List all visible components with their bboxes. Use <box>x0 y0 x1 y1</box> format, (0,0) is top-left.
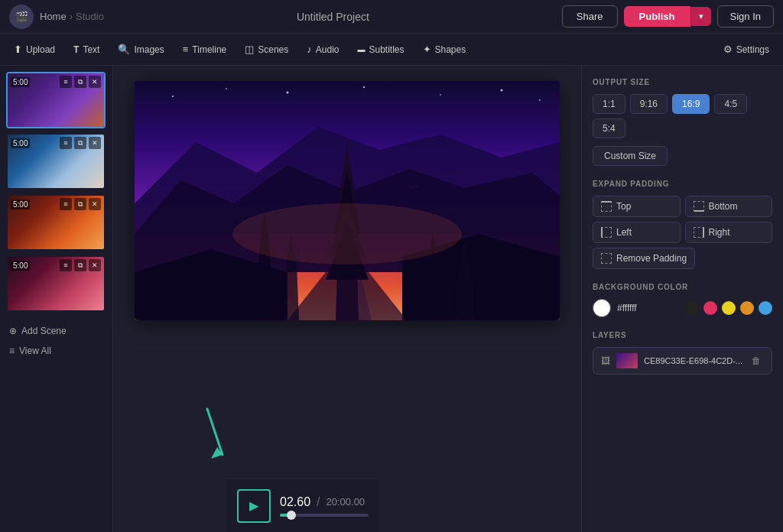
padding-left-label: Left <box>616 227 632 238</box>
breadcrumb-sep: › <box>70 11 73 22</box>
padding-left-button[interactable]: Left <box>593 222 681 243</box>
padding-right-button[interactable]: Right <box>685 222 773 243</box>
toolbar-shapes-label: Shapes <box>435 44 466 55</box>
toolbar-subtitles[interactable]: ▬ Subtitles <box>349 41 411 59</box>
ratio-4-5[interactable]: 4:5 <box>714 94 747 114</box>
svg-line-23 <box>207 409 223 455</box>
scene-2-copy-btn[interactable]: ⧉ <box>74 137 86 149</box>
toolbar-audio[interactable]: ♪ Audio <box>299 40 346 59</box>
svg-point-2 <box>226 88 227 89</box>
color-hex-value: #ffffff <box>617 303 637 313</box>
scene-svg <box>135 81 560 320</box>
scene-1-menu-btn[interactable]: ≡ <box>60 76 72 88</box>
scrubber-track[interactable] <box>280 514 369 517</box>
scene-1-bar: 5:00 ≡ ⧉ ✕ <box>8 76 104 88</box>
padding-top-label: Top <box>616 201 631 212</box>
canvas-container[interactable] <box>135 81 560 320</box>
canvas-scene <box>135 81 560 320</box>
settings-icon: ⚙ <box>723 44 733 55</box>
canvas-area <box>113 66 581 532</box>
layer-item: 🖼 CE89C33E-E698-4C2D-... 🗑 <box>593 347 772 375</box>
add-scene-button[interactable]: ⊕ Add Scene <box>6 323 106 339</box>
toolbar-images[interactable]: 🔍 Images <box>110 40 171 59</box>
scene-1-delete-btn[interactable]: ✕ <box>89 76 101 88</box>
scenes-panel: 5:00 ≡ ⧉ ✕ 5:00 ≡ ⧉ ✕ 5:00 <box>0 66 113 532</box>
ratio-16-9[interactable]: 16:9 <box>672 94 710 114</box>
color-preset-black[interactable] <box>685 301 699 315</box>
toolbar-text[interactable]: T Text <box>66 41 107 59</box>
project-title[interactable]: Untitled Project <box>297 11 369 23</box>
toolbar-audio-label: Audio <box>316 44 340 55</box>
layers-section: LAYERS 🖼 CE89C33E-E698-4C2D-... 🗑 <box>593 331 772 375</box>
svg-point-4 <box>363 86 365 88</box>
output-size-section: OUTPUT SIZE 1:1 9:16 16:9 4:5 5:4 Custom… <box>593 78 772 166</box>
play-button[interactable]: ▶ <box>237 489 271 523</box>
layer-delete-button[interactable]: 🗑 <box>749 353 764 368</box>
toolbar-scenes[interactable]: ◫ Scenes <box>237 40 296 59</box>
scene-1-actions: ≡ ⧉ ✕ <box>60 76 101 88</box>
signin-button[interactable]: Sign In <box>717 5 774 28</box>
toolbar-settings-label: Settings <box>736 44 769 55</box>
svg-point-3 <box>287 92 289 94</box>
ratio-buttons: 1:1 9:16 16:9 4:5 5:4 <box>593 94 772 138</box>
ratio-9-16[interactable]: 9:16 <box>630 94 668 114</box>
scene-thumb-4[interactable]: 5:00 ≡ ⧉ ✕ <box>6 255 106 312</box>
view-all-icon: ≡ <box>9 345 15 356</box>
padding-top-button[interactable]: Top <box>593 196 681 217</box>
scene-2-bar: 5:00 ≡ ⧉ ✕ <box>8 137 104 149</box>
scenes-icon: ◫ <box>245 44 254 55</box>
toolbar-scenes-label: Scenes <box>258 44 288 55</box>
canvas-arrow-indicator <box>196 405 242 469</box>
nav-right: Share Publish ▾ Sign In <box>562 5 774 28</box>
scene-1-copy-btn[interactable]: ⧉ <box>74 76 86 88</box>
svg-point-1 <box>172 96 174 97</box>
scene-4-menu-btn[interactable]: ≡ <box>60 259 72 271</box>
view-all-button[interactable]: ≡ View All <box>6 342 106 359</box>
publish-button[interactable]: Publish <box>624 6 690 27</box>
timeline-scrubber-container: 02.60 / 20:00.00 <box>280 495 369 517</box>
scene-2-menu-btn[interactable]: ≡ <box>60 137 72 149</box>
scene-thumb-3[interactable]: 5:00 ≡ ⧉ ✕ <box>6 194 106 251</box>
nav-center: Untitled Project <box>110 11 556 23</box>
publish-dropdown-button[interactable]: ▾ <box>690 7 711 26</box>
padding-bottom-button[interactable]: Bottom <box>685 196 773 217</box>
scene-3-bar: 5:00 ≡ ⧉ ✕ <box>8 198 104 210</box>
scene-4-bar: 5:00 ≡ ⧉ ✕ <box>8 259 104 271</box>
ratio-5-4[interactable]: 5:4 <box>593 118 625 138</box>
scene-2-time: 5:00 <box>11 138 30 148</box>
scene-2-delete-btn[interactable]: ✕ <box>89 137 101 149</box>
top-nav: 🎬 Home › Studio Untitled Project Share P… <box>0 0 783 34</box>
time-display-row: 02.60 / 20:00.00 <box>280 495 369 509</box>
total-time: 20:00.00 <box>327 496 366 508</box>
scene-4-copy-btn[interactable]: ⧉ <box>74 259 86 271</box>
app-logo[interactable]: 🎬 <box>9 5 34 29</box>
toolbar: ⬆ Upload T Text 🔍 Images ≡ Timeline ◫ Sc… <box>0 34 783 66</box>
scene-3-menu-btn[interactable]: ≡ <box>60 198 72 210</box>
toolbar-text-label: Text <box>83 44 99 55</box>
scene-thumb-2[interactable]: 5:00 ≡ ⧉ ✕ <box>6 133 106 190</box>
toolbar-upload[interactable]: ⬆ Upload <box>6 40 63 59</box>
audio-icon: ♪ <box>307 44 312 55</box>
scene-3-delete-btn[interactable]: ✕ <box>89 198 101 210</box>
layers-label: LAYERS <box>593 331 772 339</box>
custom-size-button[interactable]: Custom Size <box>593 146 668 166</box>
share-button[interactable]: Share <box>562 5 618 28</box>
scrubber-knob[interactable] <box>287 511 296 520</box>
home-link[interactable]: Home <box>40 11 67 22</box>
color-preset-yellow[interactable] <box>722 301 736 315</box>
scene-3-copy-btn[interactable]: ⧉ <box>74 198 86 210</box>
remove-padding-button[interactable]: Remove Padding <box>593 248 695 269</box>
color-preset-blue[interactable] <box>759 301 772 315</box>
toolbar-shapes[interactable]: ✦ Shapes <box>415 40 474 59</box>
color-preset-orange[interactable] <box>740 301 754 315</box>
toolbar-timeline[interactable]: ≡ Timeline <box>175 40 235 59</box>
svg-point-5 <box>440 94 441 96</box>
scene-4-delete-btn[interactable]: ✕ <box>89 259 101 271</box>
color-preset-red[interactable] <box>703 301 717 315</box>
scene-thumb-1[interactable]: 5:00 ≡ ⧉ ✕ <box>6 72 106 128</box>
remove-padding-label: Remove Padding <box>616 253 687 264</box>
ratio-1-1[interactable]: 1:1 <box>593 94 625 114</box>
color-swatch-white[interactable] <box>593 299 611 317</box>
toolbar-settings[interactable]: ⚙ Settings <box>716 40 777 59</box>
toolbar-images-label: Images <box>134 44 164 55</box>
